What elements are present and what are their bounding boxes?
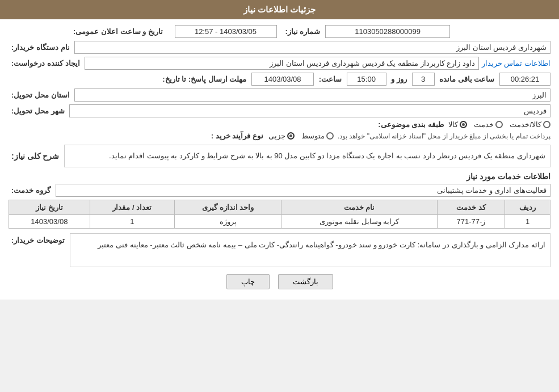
- description-value: شهرداری منطقه یک فردیس درنظر دارد نسب به…: [64, 145, 550, 167]
- creator-link[interactable]: اطلاعات تماس خریدار: [479, 59, 550, 68]
- buttons-row: بازگشت چاپ: [9, 274, 550, 289]
- reply-time-value: 15:00: [347, 73, 386, 86]
- back-button[interactable]: بازگشت: [278, 274, 333, 289]
- purchase-type-radio-jozi: [287, 132, 295, 140]
- reply-deadline-row: 00:26:21 ساعت باقی مانده 3 روز و 15:00 س…: [9, 73, 550, 86]
- cell-row: 1: [505, 215, 550, 229]
- city-label: شهر محل تحویل:: [9, 107, 68, 115]
- purchase-type-option-jozi[interactable]: جزیی: [268, 132, 295, 140]
- purchase-type-option-motavasset[interactable]: متوسط: [301, 132, 334, 140]
- purchase-type-row: پرداخت تمام یا بخشی از مبلغ خریدار از مح…: [9, 132, 550, 140]
- purchase-type-note: پرداخت تمام یا بخشی از مبلغ خریدار از مح…: [338, 132, 550, 140]
- description-section: شهرداری منطقه یک فردیس درنظر دارد نسب به…: [9, 145, 550, 167]
- cell-qty: 1: [90, 215, 174, 229]
- buyer-notes-row: ارائه مدارک الزامی و بارگذاری در سامانه:…: [9, 233, 550, 267]
- buyer-org-value: شهرداری فردیس استان البرز: [74, 41, 550, 54]
- services-table-body: 1 ز-77-771 کرایه وسایل نقلیه موتوری پروژ…: [9, 215, 550, 229]
- services-section-title: اطلاعات خدمات مورد نیاز: [9, 172, 550, 181]
- col-header-unit: واحد اندازه گیری: [175, 200, 281, 215]
- table-row: 1 ز-77-771 کرایه وسایل نقلیه موتوری پروژ…: [9, 215, 550, 229]
- category-label-kala-khedmat: کالا/خدمت: [510, 120, 541, 129]
- category-row: کالا/خدمت خدمت کالا طبقه بندی موضوعی:: [9, 120, 550, 129]
- category-radio-kala-khedmat: [543, 121, 550, 128]
- col-header-name: نام خدمت: [281, 200, 437, 215]
- service-group-label: گروه خدمت:: [9, 186, 53, 195]
- description-label: شرح کلی نیاز:: [9, 151, 62, 161]
- reply-time-label: ساعت:: [316, 75, 344, 83]
- services-table-header: ردیف کد خدمت نام خدمت واحد اندازه گیری ت…: [9, 200, 550, 215]
- category-option-kala[interactable]: کالا: [448, 120, 467, 129]
- buyer-org-label: نام دستگاه خریدار:: [9, 43, 73, 52]
- category-option-khedmat[interactable]: خدمت: [474, 120, 503, 129]
- category-label-khedmat: خدمت: [474, 120, 494, 129]
- announcement-date-value: 1403/03/05 - 12:57: [175, 25, 277, 38]
- creator-value: داود زارع کاربرداز منطقه یک فردیس شهردار…: [85, 57, 479, 70]
- print-button[interactable]: چاپ: [226, 274, 270, 289]
- announcement-date-label: تاریخ و ساعت اعلان عمومی:: [70, 27, 166, 36]
- col-header-code: کد خدمت: [437, 200, 505, 215]
- col-header-qty: تعداد / مقدار: [90, 200, 174, 215]
- remaining-label: ساعت باقی مانده: [436, 75, 497, 83]
- remaining-time-value: 00:26:21: [499, 73, 550, 86]
- buyer-org-row: شهرداری فردیس استان البرز نام دستگاه خری…: [9, 41, 550, 54]
- reply-days-label: روز و: [388, 75, 410, 83]
- cell-name: کرایه وسایل نقلیه موتوری: [281, 215, 437, 229]
- content-area: 1103050288000099 شماره نیاز: 1403/03/05 …: [0, 19, 559, 300]
- category-radio-group: کالا/خدمت خدمت کالا: [448, 120, 550, 129]
- page-header: جزئیات اطلاعات نیاز: [0, 0, 559, 19]
- category-option-kala-khedmat[interactable]: کالا/خدمت: [510, 120, 550, 129]
- province-value: البرز: [74, 88, 550, 102]
- category-label-kala: کالا: [448, 120, 458, 129]
- purchase-type-radio-group: متوسط جزیی: [268, 132, 334, 140]
- city-value: فردیس: [69, 104, 550, 117]
- service-group-value: فعالیت‌های اداری و خدمات پشتیبانی: [56, 184, 550, 197]
- buyer-notes-label: توضیحات خریدار:: [9, 233, 68, 245]
- col-header-row: ردیف: [505, 200, 550, 215]
- buyer-notes-value: ارائه مدارک الزامی و بارگذاری در سامانه:…: [70, 233, 550, 267]
- purchase-type-label: نوع فرآیند خرید :: [208, 132, 266, 140]
- city-row: فردیس شهر محل تحویل:: [9, 104, 550, 117]
- category-radio-khedmat: [495, 121, 503, 128]
- service-group-row: فعالیت‌های اداری و خدمات پشتیبانی گروه خ…: [9, 184, 550, 197]
- need-number-label: شماره نیاز:: [283, 27, 323, 36]
- category-radio-kala: [460, 121, 467, 128]
- creator-label: ایجاد کننده درخواست:: [9, 59, 83, 68]
- page-title: جزئیات اطلاعات نیاز: [243, 5, 316, 14]
- purchase-type-label-jozi: جزیی: [268, 132, 285, 140]
- reply-days-value: 3: [412, 73, 435, 86]
- need-number-right: 1103050288000099 شماره نیاز:: [283, 25, 551, 38]
- province-label: استان محل تحویل:: [9, 91, 73, 99]
- cell-unit: پروژه: [175, 215, 281, 229]
- col-header-date: تاریخ نیاز: [9, 200, 90, 215]
- services-table: ردیف کد خدمت نام خدمت واحد اندازه گیری ت…: [9, 200, 550, 229]
- purchase-type-radio-motavasset: [326, 132, 334, 140]
- purchase-type-label-motavasset: متوسط: [301, 132, 325, 140]
- need-number-value: 1103050288000099: [325, 25, 450, 38]
- reply-date-value: 1403/03/08: [251, 73, 314, 86]
- creator-row: اطلاعات تماس خریدار داود زارع کاربرداز م…: [9, 57, 550, 70]
- announcement-date-left: 1403/03/05 - 12:57 تاریخ و ساعت اعلان عم…: [9, 25, 283, 38]
- need-number-row: 1103050288000099 شماره نیاز: 1403/03/05 …: [9, 25, 550, 38]
- page-wrapper: جزئیات اطلاعات نیاز 1103050288000099 شما…: [0, 0, 559, 300]
- reply-deadline-label: مهلت ارسال پاسخ: تا تاریخ:: [159, 75, 249, 83]
- category-label: طبقه بندی موضوعی:: [375, 120, 447, 129]
- cell-code: ز-77-771: [437, 215, 505, 229]
- cell-date: 1403/03/08: [9, 215, 90, 229]
- province-row: البرز استان محل تحویل:: [9, 88, 550, 102]
